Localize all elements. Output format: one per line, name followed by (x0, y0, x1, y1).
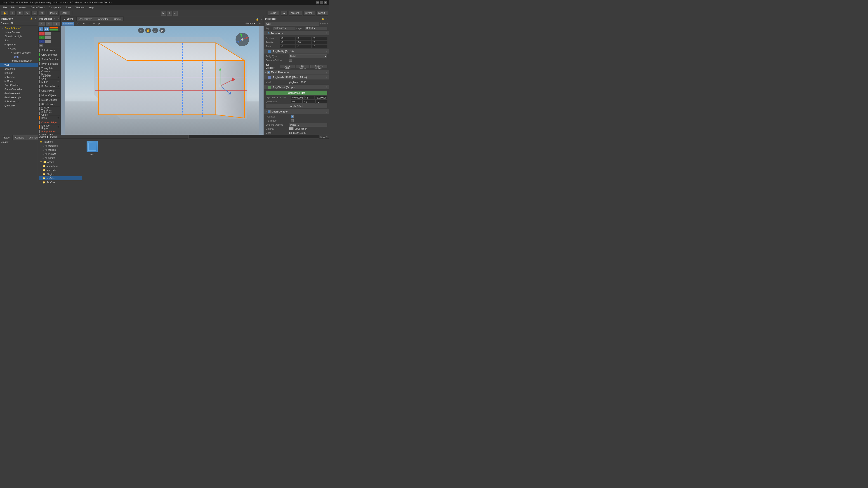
gizmos-dropdown[interactable]: Gizmos ▾ (244, 22, 256, 26)
pb-shrink-selection[interactable]: Shrink Selection (38, 57, 60, 61)
offset-y[interactable]: Y0 (303, 100, 315, 103)
asset-coin[interactable]: coin (86, 141, 99, 156)
step-button[interactable]: ⏭ (173, 11, 178, 15)
menu-help[interactable]: Help (87, 6, 95, 9)
pb-entity-header[interactable]: ▼ Pb_Entity (Script) ⋮ (264, 49, 329, 54)
h-item-eventsystem[interactable]: EventSystem (0, 83, 38, 87)
rotation-x-field[interactable]: X0 (280, 41, 295, 44)
project-create-btn[interactable]: Create ▾ (1, 141, 9, 143)
layer-dropdown[interactable]: Default ▾ (305, 27, 327, 30)
scale-z-field[interactable]: Z1 (312, 45, 327, 48)
h-item-main-camera[interactable]: Main Camera (0, 30, 38, 34)
scene-2d-toggle[interactable]: 2D (75, 22, 80, 26)
mesh-collider-enabled[interactable] (268, 110, 271, 113)
tree-procore[interactable]: 📁 ProCore (39, 180, 82, 184)
tab-animator[interactable]: Animator (95, 17, 111, 21)
pivot-dropdown[interactable]: Pivot▾ (49, 11, 59, 15)
position-x-field[interactable]: X0 (280, 37, 295, 40)
open-probuilder-btn[interactable]: Open ProBuilder (266, 91, 327, 95)
hierarchy-create-btn[interactable]: Create ▾ (1, 22, 9, 25)
probuilder-close-icon[interactable]: ✕ (57, 18, 59, 20)
mesh-collider-btn[interactable]: Mesh Collider (280, 65, 294, 68)
h-item-spawn-location[interactable]: ▶ Spawn Location (0, 51, 38, 55)
mesh-collider-menu[interactable]: ⋮ (326, 110, 328, 113)
h-item-dead-area-right[interactable]: dead-area-right (0, 95, 38, 99)
pb-subdivide-object[interactable]: Subdivide Object (38, 111, 60, 116)
tree-materials[interactable]: 📁 materials (39, 168, 82, 172)
pb-probuilderize[interactable]: ProBuilderize+ (38, 84, 60, 89)
scene-lighting-toggle[interactable]: ☀ (82, 22, 86, 26)
asset-icon-btn-1[interactable]: ⊞ (320, 135, 322, 138)
toolbar-rect-tool[interactable]: ▭ (31, 11, 37, 15)
asset-search-input[interactable] (188, 135, 319, 138)
cooking-dropdown[interactable]: Mixed ... (289, 123, 327, 127)
maximize-button[interactable]: □ (320, 1, 323, 4)
scale-x-field[interactable]: X1 (280, 45, 295, 48)
menu-file[interactable]: File (1, 6, 8, 9)
h-item-initial-coin-spawner[interactable]: InitialCoinSpawner (0, 59, 38, 63)
remove-collider-btn[interactable]: Remove Collider (310, 65, 327, 68)
tree-animations[interactable]: 📁 animations (39, 164, 82, 168)
toolbar-rotate-tool[interactable]: ↻ (17, 11, 23, 15)
h-item-wall[interactable]: wall (0, 63, 38, 67)
transform-component-header[interactable]: ▼ ⟳ Transform ⋮ (264, 31, 329, 36)
tree-favorites[interactable]: ★ Favorites (39, 140, 82, 144)
h-item-floor[interactable]: floor (0, 38, 38, 42)
static-dropdown-icon[interactable]: ▾ (327, 23, 328, 25)
tree-all-prefabs[interactable]: ⌕ All Prefabs (39, 152, 82, 156)
scene-tab-lock[interactable]: 🔒 (255, 18, 259, 21)
tree-all-scripts[interactable]: ⌕ All Scripts (39, 156, 82, 160)
convex-checkbox[interactable] (291, 115, 293, 118)
pb-mesh-menu[interactable]: ⋮ (326, 76, 328, 78)
tree-assets[interactable]: ▼ 📁 Assets (39, 160, 82, 164)
tag-dropdown[interactable]: Untagged ▾ (273, 27, 296, 30)
custom-collider-checkbox[interactable] (289, 59, 292, 62)
hierarchy-close-icon[interactable]: ✕ (35, 18, 36, 20)
tree-plugins[interactable]: 📁 Plugins (39, 172, 82, 176)
scene-all-btn[interactable]: All (257, 22, 262, 26)
pb-center-pivot[interactable]: Center Pivot (38, 89, 60, 93)
h-item-samplescene[interactable]: ▼ SampleScene* (0, 26, 38, 30)
mesh-renderer-menu[interactable]: ⋮ (326, 71, 328, 74)
h-item-cube[interactable]: ▶ Cube (0, 46, 38, 51)
h-item-directional-light[interactable]: Directional Light (0, 34, 38, 38)
pb-mesh-filter-header[interactable]: ▼ Pb_Mesh 12908 (Mesh Filter) ⋮ (264, 75, 329, 80)
layers-dropdown[interactable]: Layers ▾ (303, 11, 315, 15)
apply-offset-btn[interactable]: Apply Offset (266, 104, 327, 108)
pb-bevel[interactable]: Bevel+ (38, 116, 60, 120)
offset-x[interactable]: X0 (291, 100, 303, 103)
rotation-z-field[interactable]: Z0 (312, 41, 327, 44)
pb-insert-edge-loop[interactable]: Insert Edge Loop (38, 134, 60, 135)
tab-project[interactable]: Project (0, 135, 13, 140)
position-z-field[interactable]: Z0 (312, 37, 327, 40)
static-toggle[interactable]: Static (320, 22, 326, 25)
pb-grow-selection[interactable]: Grow Selection (38, 53, 60, 57)
pb-extrude-edges[interactable]: Extrude Edges+ (38, 125, 60, 129)
pb-mode-edge[interactable]: □ (46, 22, 53, 26)
h-item-canvas[interactable]: ▶ Canvas (0, 79, 38, 83)
pb-entity-menu[interactable]: ⋮ (326, 50, 328, 53)
object-name-field[interactable] (265, 22, 319, 26)
scene-fx-toggle[interactable]: ◈ (92, 22, 96, 26)
local-dropdown[interactable]: Local▾ (60, 11, 70, 15)
scene-shading-dropdown[interactable]: Shaded ▾ (62, 22, 74, 26)
pb-object-menu[interactable]: ⋮ (326, 86, 328, 89)
pause-button[interactable]: ⏸ (167, 11, 172, 15)
box-collider-btn[interactable]: Box Collider (296, 65, 309, 68)
asset-icon-btn-2[interactable]: ☰ (323, 135, 325, 138)
pb-mirror-objects[interactable]: Mirror Objects (38, 93, 60, 98)
hierarchy-lock-icon[interactable]: 🔒 (30, 18, 33, 20)
h-item-right-side-1[interactable]: right-side (1) (0, 99, 38, 103)
inspector-close-icon[interactable]: ✕ (326, 18, 328, 20)
h-item-dead-area-left[interactable]: dead-area-left (0, 91, 38, 95)
pb-select-holes[interactable]: Select Holes (38, 48, 60, 53)
pb-generate-uv2[interactable]: Generate UV2+ (38, 75, 60, 79)
pb-3d-btn[interactable]: 3D▾ (38, 43, 43, 47)
tab-asset-store[interactable]: Asset Store (76, 17, 95, 21)
menu-gameobject[interactable]: GameObject (29, 6, 46, 9)
menu-tools[interactable]: Tools (64, 6, 73, 9)
h-item-gamecontroller[interactable]: GameController (0, 87, 38, 91)
tree-all-models[interactable]: ⌕ All Models (39, 148, 82, 152)
h-item-coin[interactable]: coin (0, 55, 38, 59)
position-y-field[interactable]: Y2 (296, 37, 311, 40)
